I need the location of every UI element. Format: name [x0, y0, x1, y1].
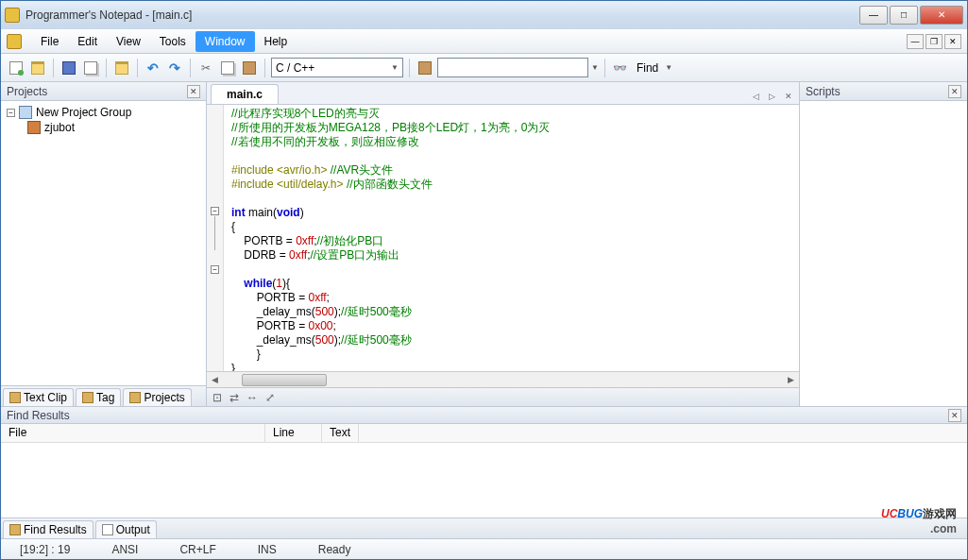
- redo-button[interactable]: ↷: [165, 59, 184, 77]
- editor-tab-main-c[interactable]: main.c: [211, 84, 279, 104]
- horizontal-scrollbar[interactable]: ◀ ▶: [207, 371, 799, 387]
- projects-panel-header: Projects ✕: [1, 82, 206, 101]
- find-input[interactable]: [437, 58, 588, 77]
- fold-minus-icon[interactable]: −: [211, 265, 219, 274]
- copy-button[interactable]: [218, 59, 237, 77]
- find-icon-button[interactable]: 👓: [611, 59, 630, 77]
- chevron-down-icon[interactable]: ▼: [591, 63, 599, 72]
- paste-button[interactable]: [240, 59, 259, 77]
- separator: [604, 59, 605, 77]
- separator: [137, 59, 138, 77]
- status-ready: Ready: [307, 543, 363, 556]
- tab-next-button[interactable]: ▷: [766, 91, 778, 102]
- find-results-list[interactable]: [1, 443, 967, 518]
- projects-icon: [129, 392, 141, 403]
- find-results-panel: Find Results ✕ File Line Text Find Resul…: [1, 406, 967, 538]
- separator: [190, 59, 191, 77]
- open-file-button[interactable]: [28, 59, 47, 77]
- fold-gutter[interactable]: − −: [207, 105, 224, 371]
- app-window: Programmer's Notepad - [main.c] — □ ✕ Fi…: [0, 0, 968, 560]
- language-select[interactable]: C / C++ ▼: [271, 58, 403, 77]
- col-line[interactable]: Line: [265, 424, 322, 442]
- tab-find-results[interactable]: Find Results: [3, 520, 93, 538]
- fullscreen-icon[interactable]: ⤢: [265, 391, 275, 404]
- mdi-close-button[interactable]: ✕: [944, 34, 961, 49]
- projects-panel-title: Projects: [7, 85, 47, 98]
- col-file[interactable]: File: [1, 424, 265, 442]
- chevron-down-icon[interactable]: ▼: [665, 63, 672, 72]
- new-file-button[interactable]: [7, 59, 25, 77]
- undo-icon: ↶: [147, 60, 159, 76]
- tab-projects[interactable]: Projects: [123, 388, 191, 406]
- paste-icon: [243, 61, 256, 75]
- scripts-panel: Scripts ✕: [799, 82, 967, 406]
- scripts-list[interactable]: [800, 101, 967, 406]
- separator: [264, 59, 265, 77]
- chevron-down-icon: ▼: [391, 63, 399, 72]
- editor-tabs: main.c ◁ ▷ ✕: [207, 82, 799, 105]
- save-all-button[interactable]: [81, 59, 100, 77]
- textclips-icon: [9, 392, 21, 403]
- left-panel-tabs: Text Clip Tag Projects: [1, 385, 206, 406]
- output-icon: [102, 524, 113, 535]
- find-results-icon: [9, 524, 21, 535]
- menu-app-icon: [7, 34, 22, 49]
- tab-close-button[interactable]: ✕: [782, 91, 795, 102]
- col-text[interactable]: Text: [322, 424, 359, 442]
- status-position: [19:2] : 19: [8, 543, 81, 556]
- minimize-button[interactable]: —: [859, 6, 888, 25]
- find-results-close-button[interactable]: ✕: [948, 409, 961, 422]
- cut-button[interactable]: ✂: [196, 59, 215, 77]
- find-label[interactable]: Find: [633, 61, 662, 75]
- undo-button[interactable]: ↶: [144, 59, 162, 77]
- status-insert-mode: INS: [246, 543, 288, 556]
- scroll-thumb[interactable]: [242, 374, 327, 386]
- find-results-header: Find Results ✕: [1, 407, 967, 424]
- tab-prev-button[interactable]: ◁: [750, 91, 762, 102]
- open-project-button[interactable]: [112, 59, 131, 77]
- bottom-tabs: Find Results Output: [1, 518, 967, 538]
- collapse-icon[interactable]: −: [7, 109, 15, 117]
- maximize-button[interactable]: □: [890, 6, 918, 25]
- statusbar: [19:2] : 19 ANSI CR+LF INS Ready: [1, 538, 967, 559]
- bookmark-button[interactable]: [416, 59, 434, 77]
- tree-item-label: zjubot: [44, 121, 75, 134]
- tab-output[interactable]: Output: [95, 520, 157, 538]
- close-button[interactable]: ✕: [920, 6, 963, 25]
- window-title: Programmer's Notepad - [main.c]: [25, 8, 859, 22]
- tab-tags[interactable]: Tag: [76, 388, 121, 406]
- scroll-right-icon[interactable]: ▶: [783, 372, 799, 388]
- scripts-panel-close-button[interactable]: ✕: [948, 85, 961, 98]
- tab-text-clips[interactable]: Text Clip: [3, 388, 74, 406]
- menu-window[interactable]: Window: [195, 31, 255, 52]
- scroll-left-icon[interactable]: ◀: [207, 372, 223, 388]
- fold-minus-icon[interactable]: −: [211, 207, 219, 215]
- find-results-title: Find Results: [7, 409, 70, 422]
- projects-panel: Projects ✕ − New Project Group zjubot Te…: [1, 82, 207, 406]
- tags-icon: [82, 392, 93, 403]
- tree-item-zjubot[interactable]: zjubot: [25, 120, 202, 135]
- save-icon: [62, 61, 76, 75]
- menu-edit[interactable]: Edit: [68, 31, 107, 52]
- mdi-restore-button[interactable]: ❐: [926, 34, 943, 49]
- wrap-icon[interactable]: ↔: [246, 391, 258, 404]
- projects-panel-close-button[interactable]: ✕: [187, 85, 200, 98]
- tree-root[interactable]: − New Project Group: [5, 105, 202, 120]
- mdi-minimize-button[interactable]: —: [907, 34, 924, 49]
- find-results-columns: File Line Text: [1, 424, 967, 443]
- whitespace-icon[interactable]: ⇄: [229, 391, 239, 404]
- scripts-panel-header: Scripts ✕: [800, 82, 967, 101]
- code-editor[interactable]: //此程序实现8个LED的亮与灭 //所使用的开发板为MEGA128，PB接8个…: [224, 105, 799, 371]
- copy-icon: [221, 61, 234, 75]
- menu-tools[interactable]: Tools: [150, 31, 195, 52]
- marker-icon[interactable]: ⊡: [212, 391, 222, 404]
- projects-tree[interactable]: − New Project Group zjubot: [1, 101, 206, 385]
- new-file-icon: [9, 61, 23, 75]
- menu-view[interactable]: View: [107, 31, 150, 52]
- app-icon: [5, 8, 20, 23]
- menu-file[interactable]: File: [31, 31, 68, 52]
- menu-help[interactable]: Help: [255, 31, 297, 52]
- scripts-panel-title: Scripts: [806, 85, 841, 98]
- save-button[interactable]: [59, 59, 78, 77]
- main-body: Projects ✕ − New Project Group zjubot Te…: [1, 82, 967, 406]
